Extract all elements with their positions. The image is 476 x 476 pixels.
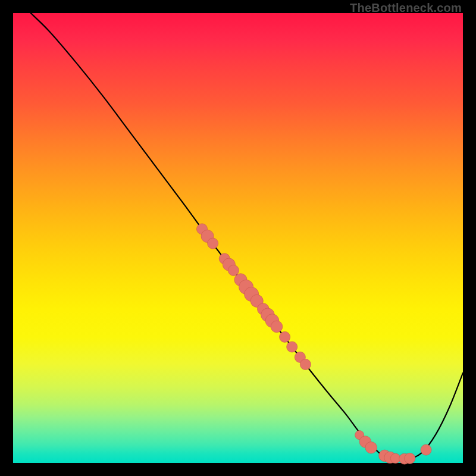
curve-marker	[421, 444, 431, 455]
curve-marker	[228, 265, 239, 275]
curve-markers	[196, 224, 431, 464]
bottleneck-curve	[13, 0, 463, 459]
curve-marker	[405, 453, 415, 464]
curve-marker	[208, 238, 218, 249]
curve-marker	[271, 321, 283, 333]
curve-marker	[300, 359, 311, 369]
curve-marker	[280, 331, 290, 342]
plot-area	[13, 13, 463, 463]
curve-marker	[287, 342, 298, 352]
curve-marker	[365, 441, 377, 453]
chart-svg	[13, 13, 463, 463]
